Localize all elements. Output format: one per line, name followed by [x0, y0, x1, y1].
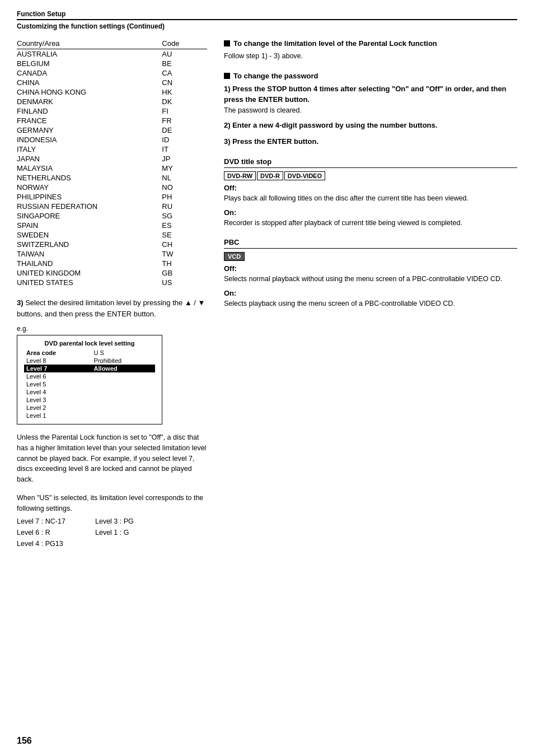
eg-area-code-value: U S [92, 349, 155, 357]
parental-lock-body: Follow step 1) - 3) above. [224, 51, 517, 62]
country-name: UNITED KINGDOM [17, 268, 162, 278]
password-heading: To change the password [224, 72, 517, 80]
vcd-badge: VCD [224, 252, 245, 261]
country-row: NORWAYNO [17, 183, 207, 192]
country-code: CH [162, 240, 207, 249]
country-code: CN [162, 78, 207, 87]
country-row: NETHERLANDSNL [17, 173, 207, 183]
eg-level-row: Level 8Prohibited [24, 357, 155, 365]
eg-level-label: Level 7 [24, 365, 92, 372]
country-code: FI [162, 106, 207, 116]
country-code: BE [162, 59, 207, 68]
country-code: HK [162, 87, 207, 97]
eg-level-value [92, 388, 155, 396]
levels-grid: Level 7 : NC-17Level 3 : PGLevel 6 : RLe… [17, 516, 207, 549]
country-code: NO [162, 183, 207, 192]
bullet-icon [224, 40, 230, 46]
page-number: 156 [17, 736, 32, 746]
country-name: AUSTRALIA [17, 49, 162, 59]
country-name: TAIWAN [17, 249, 162, 259]
header-title: Function Setup [17, 10, 517, 18]
country-row: GERMANYDE [17, 125, 207, 135]
country-code: DK [162, 97, 207, 106]
country-row: ITALYIT [17, 144, 207, 154]
country-row: FRANCEFR [17, 116, 207, 125]
level-right: Level 1 : G [95, 527, 174, 538]
eg-area-code-label: Area code [24, 349, 92, 357]
dvd-title-stop-section: DVD title stop DVD-RWDVD-RDVD-VIDEO Off:… [224, 157, 517, 228]
col-country-header: Country/Area [17, 39, 162, 49]
country-name: UNITED STATES [17, 278, 162, 287]
country-code: NL [162, 173, 207, 183]
country-name: MALAYSIA [17, 164, 162, 173]
eg-level-value [92, 412, 155, 419]
country-code: DE [162, 125, 207, 135]
pbc-on-text: Selects playback using the menu screen o… [224, 298, 517, 309]
country-name: SWITZERLAND [17, 240, 162, 249]
step-text: 3) Press the ENTER button. [224, 137, 318, 146]
eg-level-row: Level 5 [24, 380, 155, 388]
country-name: FRANCE [17, 116, 162, 125]
password-step: 3) Press the ENTER button. [224, 136, 517, 147]
eg-level-row: Level 1 [24, 412, 155, 419]
eg-level-label: Level 8 [24, 357, 92, 365]
country-row: SWITZERLANDCH [17, 240, 207, 249]
eg-level-value [92, 380, 155, 388]
pbc-on-label: On: [224, 289, 517, 297]
country-row: CHINACN [17, 78, 207, 87]
eg-box: DVD parental lock level setting Area cod… [17, 335, 162, 424]
eg-level-label: Level 4 [24, 388, 92, 396]
country-row: CANADACA [17, 68, 207, 78]
country-row: RUSSIAN FEDERATIONRU [17, 202, 207, 211]
country-row: BELGIUMBE [17, 59, 207, 68]
header-divider [17, 19, 517, 20]
country-code: SG [162, 211, 207, 221]
step-number: 1) [224, 85, 231, 93]
country-name: GERMANY [17, 125, 162, 135]
us-note: When "US" is selected, its limitation le… [17, 493, 207, 514]
country-name: CHINA HONG KONG [17, 87, 162, 97]
eg-level-row: Level 2 [24, 404, 155, 412]
country-code: MY [162, 164, 207, 173]
step-number: 3) [224, 137, 231, 146]
country-code: IT [162, 144, 207, 154]
country-code: RU [162, 202, 207, 211]
bullet-icon-2 [224, 73, 230, 79]
eg-label: e.g. [17, 325, 207, 333]
eg-level-label: Level 3 [24, 396, 92, 404]
country-code: ID [162, 135, 207, 144]
dvd-title-stop-title: DVD title stop [224, 157, 517, 168]
subheader: Customizing the function settings (Conti… [17, 22, 517, 30]
country-row: PHILIPPINESPH [17, 192, 207, 202]
country-code: PH [162, 192, 207, 202]
country-row: SINGAPORESG [17, 211, 207, 221]
country-row: DENMARKDK [17, 97, 207, 106]
country-name: CHINA [17, 78, 162, 87]
country-row: SWEDENSE [17, 230, 207, 240]
pbc-off-label: Off: [224, 264, 517, 273]
country-name: CANADA [17, 68, 162, 78]
country-row: CHINA HONG KONGHK [17, 87, 207, 97]
parental-lock-heading-text: To change the limitation level of the Pa… [233, 39, 437, 48]
country-code: JP [162, 154, 207, 164]
country-name: NETHERLANDS [17, 173, 162, 183]
country-name: RUSSIAN FEDERATION [17, 202, 162, 211]
password-heading-text: To change the password [233, 72, 318, 80]
level-left: Level 7 : NC-17 [17, 516, 95, 527]
dvd-badge: DVD-RW [224, 171, 256, 180]
country-row: THAILANDTH [17, 259, 207, 268]
password-steps: 1) Press the STOP button 4 times after s… [224, 83, 517, 147]
country-name: ITALY [17, 144, 162, 154]
country-name: SINGAPORE [17, 211, 162, 221]
pbc-title: PBC [224, 238, 517, 249]
eg-table: Area codeU SLevel 8ProhibitedLevel 7Allo… [24, 349, 155, 419]
password-step: 1) Press the STOP button 4 times after s… [224, 83, 517, 114]
country-name: NORWAY [17, 183, 162, 192]
country-code: SE [162, 230, 207, 240]
eg-level-row: Level 4 [24, 388, 155, 396]
col-code-header: Code [162, 39, 207, 49]
dvd-off-label: Off: [224, 184, 517, 192]
country-table: Country/Area Code AUSTRALIAAUBELGIUMBECA… [17, 39, 207, 287]
pbc-section: PBC VCD Off: Selects normal playback wit… [224, 238, 517, 309]
eg-level-row: Level 7Allowed [24, 365, 155, 372]
